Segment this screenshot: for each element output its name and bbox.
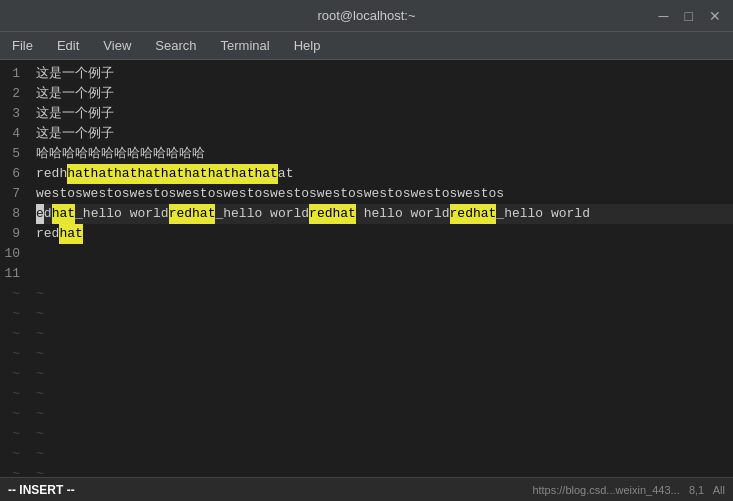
highlight-8g: hat bbox=[473, 204, 496, 224]
tilde-line-10: ~ bbox=[36, 464, 733, 477]
code-line-10 bbox=[36, 244, 733, 264]
line-number: 1 bbox=[4, 64, 20, 84]
code-line-8: edhat_hello worldredhat_hello worldredha… bbox=[36, 204, 733, 224]
window-controls: ─ □ ✕ bbox=[655, 7, 725, 25]
tilde-line-1: ~ bbox=[36, 284, 733, 304]
status-bar: -- INSERT -- https://blog.csd...weixin_4… bbox=[0, 477, 733, 501]
menu-terminal[interactable]: Terminal bbox=[209, 34, 282, 57]
code-line-6: redhhathathathathathathathathatat bbox=[36, 164, 733, 184]
highlight-8d: red bbox=[309, 204, 332, 224]
tilde-line: ~ bbox=[4, 384, 20, 404]
tilde-line-5: ~ bbox=[36, 364, 733, 384]
code-line-9: redhat bbox=[36, 224, 733, 244]
highlight-hat-9: hat bbox=[59, 224, 82, 244]
code-line-11 bbox=[36, 264, 733, 284]
close-button[interactable]: ✕ bbox=[705, 7, 725, 25]
status-url: https://blog.csd...weixin_443... 8,1 All bbox=[532, 484, 725, 496]
tilde-line: ~ bbox=[4, 304, 20, 324]
tilde-line: ~ bbox=[4, 424, 20, 444]
tilde-line-7: ~ bbox=[36, 404, 733, 424]
menu-file[interactable]: File bbox=[0, 34, 45, 57]
maximize-button[interactable]: □ bbox=[681, 7, 697, 25]
line-number: 9 bbox=[4, 224, 20, 244]
highlight-hat-6: hathathathathathathathathat bbox=[67, 164, 278, 184]
tilde-line-6: ~ bbox=[36, 384, 733, 404]
line-number: 6 bbox=[4, 164, 20, 184]
line-number: 2 bbox=[4, 84, 20, 104]
tilde-line: ~ bbox=[4, 324, 20, 344]
tilde-line: ~ bbox=[4, 344, 20, 364]
menu-search[interactable]: Search bbox=[143, 34, 208, 57]
tilde-line-4: ~ bbox=[36, 344, 733, 364]
tilde-line-3: ~ bbox=[36, 324, 733, 344]
line-number: 5 bbox=[4, 144, 20, 164]
tilde-line-2: ~ bbox=[36, 304, 733, 324]
code-line-5: 哈哈哈哈哈哈哈哈哈哈哈哈哈 bbox=[36, 144, 733, 164]
cursor-position: 8,1 bbox=[689, 484, 704, 496]
tilde-line: ~ bbox=[4, 404, 20, 424]
title-bar: root@localhost:~ ─ □ ✕ bbox=[0, 0, 733, 32]
code-line-2: 这是一个例子 bbox=[36, 84, 733, 104]
window-title: root@localhost:~ bbox=[317, 8, 415, 23]
scroll-percent: All bbox=[713, 484, 725, 496]
editor-area[interactable]: 1 2 3 4 5 6 7 8 9 10 11 ~ ~ ~ ~ ~ ~ ~ ~ … bbox=[0, 60, 733, 477]
line-number: 7 bbox=[4, 184, 20, 204]
tilde-line-8: ~ bbox=[36, 424, 733, 444]
line-number: 8 bbox=[4, 204, 20, 224]
minimize-button[interactable]: ─ bbox=[655, 7, 673, 25]
highlight-8b: red bbox=[169, 204, 192, 224]
vim-mode: -- INSERT -- bbox=[8, 483, 75, 497]
menu-view[interactable]: View bbox=[91, 34, 143, 57]
tilde-line: ~ bbox=[4, 444, 20, 464]
menu-edit[interactable]: Edit bbox=[45, 34, 91, 57]
menu-bar: File Edit View Search Terminal Help bbox=[0, 32, 733, 60]
code-line-4: 这是一个例子 bbox=[36, 124, 733, 144]
highlight-8e: hat bbox=[333, 204, 356, 224]
cursor-char: e bbox=[36, 204, 44, 224]
line-number: 3 bbox=[4, 104, 20, 124]
tilde-line: ~ bbox=[4, 464, 20, 477]
menu-help[interactable]: Help bbox=[282, 34, 333, 57]
tilde-line-9: ~ bbox=[36, 444, 733, 464]
tilde-line: ~ bbox=[4, 364, 20, 384]
code-line-1: 这是一个例子 bbox=[36, 64, 733, 84]
highlight-8a: hat bbox=[52, 204, 75, 224]
line-number: 11 bbox=[4, 264, 20, 284]
code-line-7: westoswestoswestoswestoswestoswestoswest… bbox=[36, 184, 733, 204]
highlight-8f: red bbox=[450, 204, 473, 224]
line-number: 4 bbox=[4, 124, 20, 144]
code-line-3: 这是一个例子 bbox=[36, 104, 733, 124]
line-number: 10 bbox=[4, 244, 20, 264]
line-numbers: 1 2 3 4 5 6 7 8 9 10 11 ~ ~ ~ ~ ~ ~ ~ ~ … bbox=[0, 60, 28, 477]
tilde-line: ~ bbox=[4, 284, 20, 304]
code-content[interactable]: 这是一个例子 这是一个例子 这是一个例子 这是一个例子 哈哈哈哈哈哈哈哈哈哈哈哈… bbox=[28, 60, 733, 477]
highlight-8c: hat bbox=[192, 204, 215, 224]
